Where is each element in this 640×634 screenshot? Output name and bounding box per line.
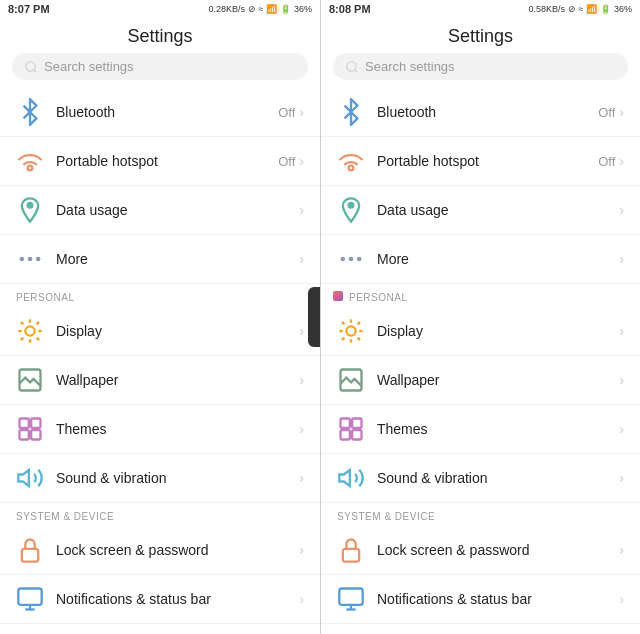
item-value-bluetooth: Off [598, 105, 615, 120]
chevron-icon: › [619, 251, 624, 267]
chevron-icon: › [299, 542, 304, 558]
settings-item-display[interactable]: Display› [0, 307, 320, 356]
settings-item-sound[interactable]: Sound & vibration› [321, 454, 640, 503]
speed-indicator: 0.28KB/s [209, 4, 246, 14]
signal-icons: ⊘ ≈ 📶 [248, 4, 277, 14]
svg-point-2 [28, 166, 33, 171]
chevron-icon: › [619, 591, 624, 607]
svg-line-1 [34, 69, 37, 72]
settings-item-lock[interactable]: Lock screen & password› [0, 526, 320, 575]
battery-pct: 36% [614, 4, 632, 14]
data-icon [16, 196, 44, 224]
chevron-icon: › [299, 323, 304, 339]
settings-item-display[interactable]: Display› [321, 307, 640, 356]
chevron-icon: › [299, 104, 304, 120]
battery-pct: 36% [294, 4, 312, 14]
svg-line-13 [37, 338, 39, 340]
svg-line-41 [358, 322, 360, 324]
svg-point-7 [25, 326, 34, 335]
svg-point-5 [28, 257, 33, 262]
settings-item-wallpaper[interactable]: Wallpaper› [321, 356, 640, 405]
settings-item-home[interactable]: Home screen & Recents› [321, 624, 640, 634]
item-label-lock: Lock screen & password [56, 542, 299, 558]
chevron-icon: › [619, 372, 624, 388]
chevron-icon: › [299, 470, 304, 486]
svg-line-15 [37, 322, 39, 324]
chevron-icon: › [619, 470, 624, 486]
settings-item-hotspot[interactable]: Portable hotspotOff› [321, 137, 640, 186]
settings-item-hotspot[interactable]: Portable hotspotOff› [0, 137, 320, 186]
settings-item-more[interactable]: More› [0, 235, 320, 284]
svg-rect-18 [31, 419, 40, 428]
svg-rect-49 [339, 589, 362, 605]
settings-item-home[interactable]: Home screen & Recents› [0, 624, 320, 634]
page-title: Settings [0, 18, 320, 53]
settings-item-notif[interactable]: Notifications & status bar› [321, 575, 640, 624]
svg-rect-46 [352, 430, 361, 439]
svg-marker-47 [339, 470, 350, 486]
battery-icon: 🔋 [600, 4, 611, 14]
wallpaper-icon [16, 366, 44, 394]
sound-icon [337, 464, 365, 492]
bluetooth-icon [337, 98, 365, 126]
item-label-display: Display [377, 323, 619, 339]
chevron-icon: › [299, 591, 304, 607]
settings-item-lock[interactable]: Lock screen & password› [321, 526, 640, 575]
hotspot-icon [337, 147, 365, 175]
item-value-hotspot: Off [598, 154, 615, 169]
lock-icon [16, 536, 44, 564]
chevron-icon: › [299, 153, 304, 169]
item-label-data: Data usage [56, 202, 299, 218]
data-icon [337, 196, 365, 224]
svg-point-26 [347, 61, 356, 70]
svg-rect-43 [341, 419, 350, 428]
panel-left: 8:07 PM 0.28KB/s ⊘ ≈ 📶 🔋 36% Settings Se… [0, 0, 320, 634]
item-label-more: More [377, 251, 619, 267]
item-label-themes: Themes [56, 421, 299, 437]
status-time: 8:07 PM [8, 3, 50, 15]
item-label-hotspot: Portable hotspot [56, 153, 278, 169]
panel-edge [308, 287, 320, 347]
svg-point-31 [349, 257, 354, 262]
svg-line-38 [342, 322, 344, 324]
section-label-1: PERSONAL [321, 284, 640, 307]
settings-item-bluetooth[interactable]: BluetoothOff› [321, 88, 640, 137]
svg-rect-17 [20, 419, 29, 428]
item-label-notif: Notifications & status bar [56, 591, 299, 607]
settings-list: BluetoothOff›Portable hotspotOff›Data us… [0, 88, 320, 634]
search-bar[interactable]: Search settings [12, 53, 308, 80]
settings-item-notif[interactable]: Notifications & status bar› [0, 575, 320, 624]
search-bar[interactable]: Search settings [333, 53, 628, 80]
svg-line-40 [342, 338, 344, 340]
chevron-icon: › [619, 323, 624, 339]
chevron-icon: › [619, 542, 624, 558]
search-icon [345, 60, 359, 74]
themes-icon [337, 415, 365, 443]
settings-item-data[interactable]: Data usage› [0, 186, 320, 235]
panel-right: 8:08 PM 0.58KB/s ⊘ ≈ 📶 🔋 36% Settings Se… [320, 0, 640, 634]
item-label-sound: Sound & vibration [56, 470, 299, 486]
notif-icon [16, 585, 44, 613]
battery-icon: 🔋 [280, 4, 291, 14]
settings-item-themes[interactable]: Themes› [0, 405, 320, 454]
wallpaper-icon [337, 366, 365, 394]
settings-item-wallpaper[interactable]: Wallpaper› [0, 356, 320, 405]
settings-item-sound[interactable]: Sound & vibration› [0, 454, 320, 503]
speed-indicator: 0.58KB/s [529, 4, 566, 14]
sound-icon [16, 464, 44, 492]
settings-item-more[interactable]: More› [321, 235, 640, 284]
item-label-more: More [56, 251, 299, 267]
more-icon [16, 245, 44, 273]
settings-item-data[interactable]: Data usage› [321, 186, 640, 235]
svg-rect-19 [20, 430, 29, 439]
settings-item-bluetooth[interactable]: BluetoothOff› [0, 88, 320, 137]
svg-point-4 [20, 257, 25, 262]
display-icon [16, 317, 44, 345]
notif-icon [337, 585, 365, 613]
svg-rect-48 [343, 549, 359, 562]
settings-list: BluetoothOff›Portable hotspotOff›Data us… [321, 88, 640, 634]
svg-line-12 [21, 322, 23, 324]
svg-point-33 [346, 326, 355, 335]
svg-rect-23 [18, 589, 41, 605]
settings-item-themes[interactable]: Themes› [321, 405, 640, 454]
